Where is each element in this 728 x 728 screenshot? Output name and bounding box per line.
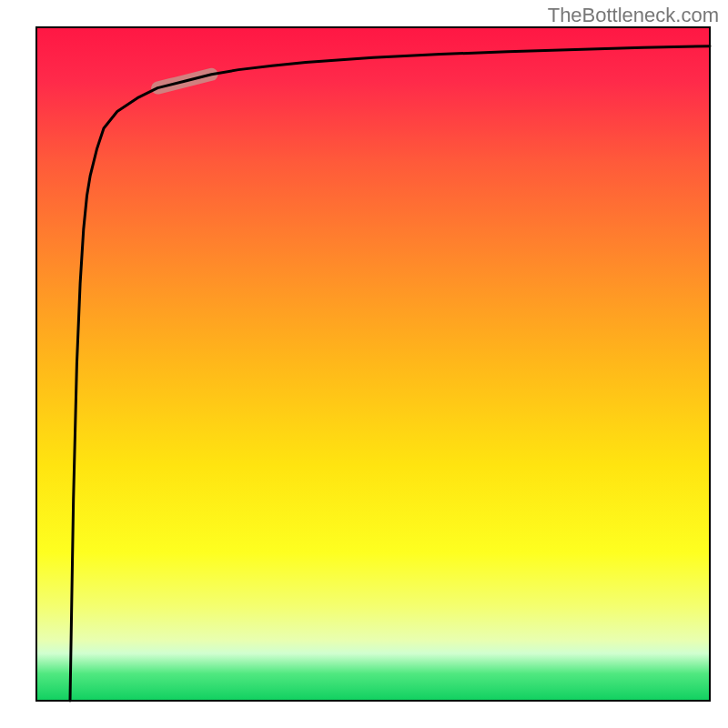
watermark-text: TheBottleneck.com (548, 4, 719, 27)
plot-background (36, 27, 710, 701)
chart-svg (0, 0, 728, 728)
chart-container: TheBottleneck.com (0, 0, 728, 728)
